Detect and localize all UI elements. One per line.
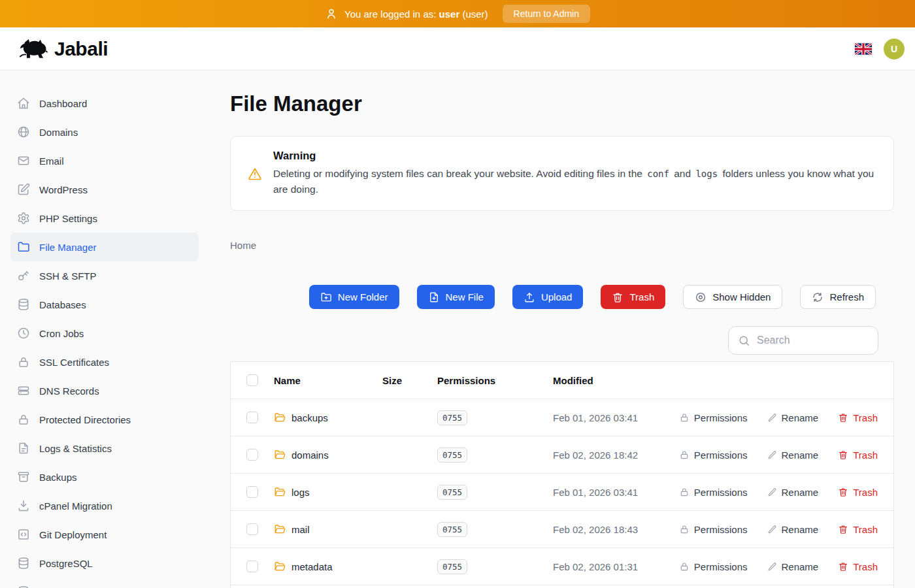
modified-date: Feb 01, 2026 03:41 (553, 487, 679, 498)
pencil-square-icon (17, 183, 30, 196)
sidebar-item-email[interactable]: Email (10, 146, 199, 175)
folder-icon (274, 561, 286, 572)
file-table: Name Size Permissions Modified backups 0… (230, 361, 894, 588)
row-checkbox[interactable] (246, 561, 258, 572)
sidebar-item-dashboard[interactable]: Dashboard (10, 89, 199, 118)
upload-button[interactable]: Upload (512, 285, 584, 309)
uk-flag-icon[interactable] (855, 43, 872, 55)
modified-date: Feb 02, 2026 18:42 (553, 449, 679, 461)
sidebar-item-label: Domains (39, 127, 78, 138)
trash-action[interactable]: Trash (838, 412, 878, 423)
refresh-icon (812, 291, 824, 303)
sidebar-item-git-deployment[interactable]: Git Deployment (10, 520, 199, 549)
new-folder-button[interactable]: New Folder (309, 285, 399, 309)
trash-action[interactable]: Trash (838, 449, 878, 461)
sidebar-item-partial[interactable] (10, 578, 199, 588)
app-header: Jabali U (0, 27, 915, 71)
file-name-link[interactable]: backups (291, 412, 328, 423)
sidebar-item-label: Protected Directories (39, 414, 131, 425)
permissions-action[interactable]: Permissions (679, 561, 748, 572)
row-checkbox[interactable] (246, 412, 258, 423)
table-header-row: Name Size Permissions Modified (231, 362, 893, 399)
search-input[interactable] (757, 335, 869, 346)
lock-icon (679, 449, 690, 460)
logged-in-status: You are logged in as: user (user) (325, 7, 488, 20)
sidebar-item-ssl-certificates[interactable]: SSL Certificates (10, 348, 199, 376)
sidebar-item-protected-directories[interactable]: Protected Directories (10, 405, 199, 434)
sidebar-item-cpanel-migration[interactable]: cPanel Migration (10, 491, 199, 520)
sidebar-item-postgresql[interactable]: PostgreSQL (10, 549, 199, 578)
sidebar-item-label: PHP Settings (39, 213, 97, 224)
sidebar-item-ssh-sftp[interactable]: SSH & SFTP (10, 261, 199, 290)
rename-action[interactable]: Rename (767, 449, 819, 461)
table-row: logs 0755 Feb 01, 2026 03:41 Permissions… (231, 473, 893, 510)
file-name-link[interactable]: domains (291, 449, 329, 461)
modified-date: Feb 02, 2026 18:43 (553, 524, 679, 535)
sidebar-item-logs-statistics[interactable]: Logs & Statistics (10, 434, 199, 463)
brand-logo[interactable]: Jabali (18, 37, 108, 61)
file-name-link[interactable]: logs (291, 487, 310, 498)
sidebar-item-label: Backups (39, 472, 77, 483)
database-icon (17, 557, 30, 570)
permissions-action[interactable]: Permissions (679, 412, 748, 423)
rename-action[interactable]: Rename (767, 524, 819, 535)
pencil-icon (767, 450, 777, 460)
folder-icon (274, 486, 286, 498)
lock-icon (679, 412, 690, 423)
return-to-admin-button[interactable]: Return to Admin (503, 5, 590, 23)
row-checkbox[interactable] (246, 449, 258, 461)
permissions-action[interactable]: Permissions (679, 487, 748, 498)
trash-button[interactable]: Trash (601, 285, 665, 309)
trash-icon (838, 487, 848, 497)
warning-text: Deleting or modifying system files can b… (273, 166, 876, 197)
permissions-action[interactable]: Permissions (679, 449, 748, 461)
modified-date: Feb 02, 2026 01:31 (553, 561, 679, 572)
mail-icon (17, 154, 30, 167)
sidebar-item-label: Databases (39, 299, 86, 310)
sidebar-item-backups[interactable]: Backups (10, 463, 199, 491)
sidebar-item-databases[interactable]: Databases (10, 290, 199, 319)
rename-action[interactable]: Rename (767, 561, 819, 572)
folder-icon (17, 240, 30, 253)
code-logs: logs (693, 169, 720, 179)
column-header-size: Size (382, 375, 437, 386)
brand-name: Jabali (54, 38, 108, 60)
folder-icon (274, 449, 286, 461)
rename-action[interactable]: Rename (767, 487, 819, 498)
lock-icon (17, 355, 30, 368)
breadcrumb-home[interactable]: Home (230, 240, 256, 251)
trash-action[interactable]: Trash (838, 561, 878, 572)
sidebar-item-file-manager[interactable]: File Manager (10, 233, 199, 261)
trash-icon (838, 449, 848, 460)
row-checkbox[interactable] (246, 486, 258, 498)
pencil-icon (767, 487, 777, 497)
sidebar-item-wordpress[interactable]: WordPress (10, 175, 199, 204)
new-file-button[interactable]: New File (417, 285, 495, 309)
sidebar-item-dns-records[interactable]: DNS Records (10, 376, 199, 405)
sidebar-item-cron-jobs[interactable]: Cron Jobs (10, 319, 199, 348)
select-all-checkbox[interactable] (246, 374, 258, 386)
trash-action[interactable]: Trash (838, 487, 878, 498)
file-toolbar: New Folder New File Upload Trash Show Hi… (230, 285, 894, 309)
eye-icon (695, 291, 707, 303)
warning-triangle-icon (248, 167, 262, 181)
home-icon (17, 97, 30, 110)
trash-action[interactable]: Trash (838, 524, 878, 535)
file-name-link[interactable]: metadata (291, 561, 333, 572)
sidebar-item-label: PostgreSQL (39, 558, 93, 569)
user-avatar[interactable]: U (884, 39, 905, 59)
logged-in-prefix: You are logged in as: (344, 8, 436, 20)
show-hidden-button[interactable]: Show Hidden (683, 285, 782, 309)
sidebar-item-label: WordPress (39, 184, 88, 195)
sidebar-item-label: cPanel Migration (39, 500, 112, 512)
refresh-button[interactable]: Refresh (800, 285, 876, 309)
file-name-link[interactable]: mail (291, 524, 310, 535)
permissions-action[interactable]: Permissions (679, 524, 748, 535)
permissions-badge: 0755 (437, 522, 467, 537)
rename-action[interactable]: Rename (767, 412, 819, 423)
sidebar-item-php-settings[interactable]: PHP Settings (10, 204, 199, 233)
row-checkbox[interactable] (246, 523, 258, 535)
sidebar-item-label: SSH & SFTP (39, 270, 97, 282)
sidebar-item-domains[interactable]: Domains (10, 118, 199, 146)
person-icon (325, 7, 338, 20)
